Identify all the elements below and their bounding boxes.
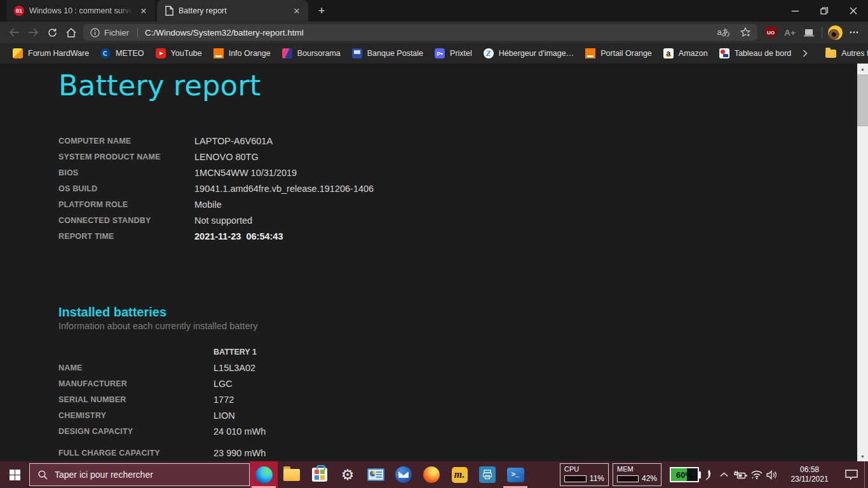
bookmarks-overflow-chevron-icon[interactable]: [797, 46, 813, 61]
profile-avatar[interactable]: [825, 24, 844, 41]
battery-report-page: Battery report COMPUTER NAMELAPTOP-A6V60…: [0, 64, 868, 461]
taskbar-thunderbird-button[interactable]: [390, 461, 417, 488]
file-explorer-icon: [283, 469, 300, 481]
hebergeur-favicon: Z: [484, 48, 494, 58]
01net-favicon: 01: [14, 6, 24, 16]
battery-table: BATTERY 1 NAMEL15L3A02 MANUFACTURERLGC S…: [58, 344, 868, 461]
taskbar-file-explorer-button[interactable]: [278, 461, 306, 488]
page-scrollbar[interactable]: ▲ ▼: [857, 64, 868, 461]
action-center-icon[interactable]: [839, 461, 864, 488]
hidden-icons-chevron-icon[interactable]: [716, 461, 731, 488]
meteo-favicon: [100, 48, 111, 58]
close-window-button[interactable]: [839, 0, 868, 22]
bookmark-meteo[interactable]: METEO: [95, 46, 149, 61]
bookmark-label: Amazon: [679, 49, 708, 58]
cpu-value: 11%: [590, 474, 604, 483]
restore-button[interactable]: [810, 0, 839, 22]
tab-windows10-article[interactable]: 01 Windows 10 : comment surveille ✕: [6, 0, 155, 22]
bookmark-info-orange[interactable]: Info Orange: [208, 46, 276, 61]
close-tab-icon[interactable]: ✕: [138, 5, 149, 17]
address-bar[interactable]: Fichier C:/Windows/System32/battery-repo…: [83, 24, 757, 41]
boursorama-favicon: [282, 48, 292, 58]
settings-menu-icon[interactable]: [844, 24, 864, 41]
taskbar-settings-button[interactable]: ⚙: [334, 461, 362, 488]
bookmark-label: YouTube: [171, 49, 202, 58]
address-url[interactable]: C:/Windows/System32/battery-report.html: [145, 28, 712, 37]
tray-quill-icon[interactable]: [701, 461, 716, 488]
folder-icon: [825, 50, 836, 58]
power-status-icon[interactable]: [731, 461, 749, 488]
taskbar-app-m-button[interactable]: m.: [445, 461, 473, 488]
taskbar-device-app-button[interactable]: [473, 461, 501, 488]
show-desktop-button[interactable]: [864, 461, 868, 488]
bookmark-forum-hardware[interactable]: Forum HardWare: [7, 46, 95, 61]
youtube-favicon: [156, 48, 166, 58]
bookmark-amazon[interactable]: aAmazon: [658, 46, 714, 61]
memory-usage-widget[interactable]: MEM 42%: [613, 463, 661, 486]
forward-icon[interactable]: [24, 24, 43, 41]
bookmark-banque-postale[interactable]: Banque Postale: [346, 46, 429, 61]
bookmark-portail-orange[interactable]: Portail Orange: [580, 46, 658, 61]
thunderbird-icon: [395, 466, 412, 483]
scrollbar-thumb[interactable]: [857, 74, 868, 126]
taskbar-search-input[interactable]: Taper ici pour rechercher: [29, 463, 250, 486]
bookmark-label: Boursorama: [297, 49, 341, 58]
orange-favicon: [585, 48, 595, 58]
powershell-icon: >_: [507, 468, 524, 482]
back-icon[interactable]: [4, 24, 24, 41]
battery-tray-widget[interactable]: 60%: [670, 467, 701, 482]
other-favorites-folder[interactable]: Autres favoris: [820, 46, 868, 61]
orange-favicon: [214, 48, 224, 58]
system-monitor-icon: [367, 468, 384, 481]
page-title: Battery report: [58, 67, 868, 104]
bookmark-label: Prixtel: [450, 49, 472, 58]
cpu-usage-widget[interactable]: CPU 11%: [560, 463, 609, 486]
collections-device-icon[interactable]: [799, 24, 818, 41]
text-size-extension-icon[interactable]: A+: [780, 24, 799, 41]
forum-hardware-favicon: [13, 48, 23, 58]
bookmark-label: Tableau de bord: [735, 49, 792, 58]
section-heading: Installed batteries: [58, 304, 868, 320]
taskbar-clock[interactable]: 06:58 23/11/2021: [782, 465, 837, 484]
amazon-favicon: a: [663, 48, 674, 58]
toolbar-divider: [822, 27, 822, 38]
clock-time: 06:58: [782, 465, 837, 475]
tab-title: Windows 10 : comment surveille: [29, 6, 133, 15]
add-favorite-icon[interactable]: [736, 24, 755, 41]
banque-postale-favicon: [352, 48, 362, 58]
section-subtitle: Information about each currently install…: [58, 321, 868, 331]
taskbar-edge-button[interactable]: [250, 461, 278, 488]
scroll-down-icon[interactable]: ▼: [857, 451, 868, 461]
info-icon[interactable]: [90, 28, 100, 37]
bookmark-hebergeur-image[interactable]: ZHébergeur d'image…: [478, 46, 580, 61]
search-icon: [38, 470, 48, 480]
taskbar-firefox-button[interactable]: [417, 461, 445, 488]
other-favorites-label: Autres favoris: [841, 49, 868, 58]
bookmark-youtube[interactable]: YouTube: [150, 46, 208, 61]
bookmark-prixtel[interactable]: P•Prixtel: [429, 46, 478, 61]
installed-batteries-section: Installed batteries Information about ea…: [58, 304, 868, 461]
close-tab-icon[interactable]: ✕: [291, 5, 302, 17]
edge-icon: [255, 466, 273, 484]
volume-icon[interactable]: [764, 461, 780, 488]
tab-battery-report[interactable]: Battery report ✕: [157, 0, 308, 22]
bookmark-label: Info Orange: [229, 49, 271, 58]
home-icon[interactable]: [62, 24, 81, 41]
ublock-origin-icon[interactable]: UO: [761, 24, 780, 41]
new-tab-button[interactable]: +: [312, 2, 331, 20]
bookmark-boursorama[interactable]: Boursorama: [276, 46, 346, 61]
wifi-icon[interactable]: [749, 461, 764, 488]
start-button[interactable]: [0, 461, 29, 488]
taskbar-system-monitor-button[interactable]: [362, 461, 390, 488]
gear-icon: ⚙: [341, 468, 355, 482]
minimize-button[interactable]: [780, 0, 810, 22]
taskbar-store-button[interactable]: [306, 461, 334, 488]
refresh-icon[interactable]: [43, 24, 62, 41]
translate-icon[interactable]: aあ: [712, 27, 735, 38]
scroll-up-icon[interactable]: ▲: [857, 64, 868, 74]
bookmark-tableau-de-bord[interactable]: Tableau de bord: [714, 46, 797, 61]
page-icon: [165, 6, 173, 16]
tab-title: Battery report: [179, 6, 286, 15]
taskbar-powershell-button[interactable]: >_: [501, 461, 529, 488]
battery-percent: 60%: [676, 470, 693, 480]
